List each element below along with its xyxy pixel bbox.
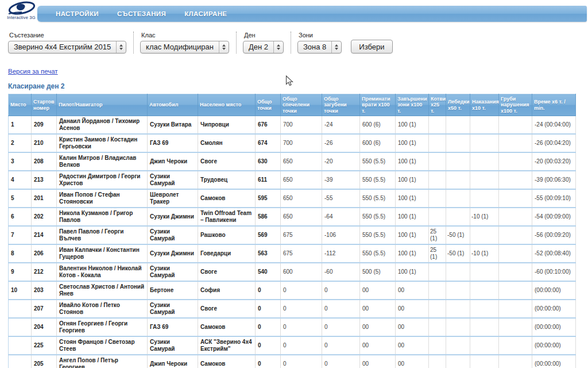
cell-place: 2 [9, 134, 32, 152]
cell-town: Самоков [198, 318, 256, 336]
cell-gates-passed: 00 [360, 318, 396, 336]
cell-place: 10 [9, 281, 32, 300]
table-row: 6202Никола Кузманов / Григор ПавловСузук… [9, 208, 576, 226]
cell-car: Шевролет Тракер [148, 189, 198, 208]
cell-points-won: 650 [281, 189, 322, 208]
cell-points-won: 700 [281, 134, 322, 152]
nav-bar: НАСТРОЙКИСЪСТЕЗАНИЯКЛАСИРАНЕ [37, 6, 587, 22]
cell-gates-passed: 550 (5.5) [360, 152, 396, 171]
cell-points-lost: -24 [322, 116, 360, 135]
cell-points-won: 650 [281, 208, 322, 226]
class-select[interactable]: клас Модифициран [140, 41, 229, 53]
select-button[interactable]: Избери [351, 40, 392, 53]
cell-time: -26 (00:04:20) [532, 134, 576, 152]
logo-text: Interactive 3G [3, 15, 39, 20]
zones-select[interactable]: Зона 8 [297, 41, 342, 53]
cell-points-lost: 0 [322, 355, 360, 368]
table-row: 9212Валентин Николов / Николай Котов - К… [9, 263, 576, 281]
cell-total-points: 595 [256, 189, 281, 208]
cell-town: Своге [198, 263, 256, 281]
cell-start-number: 210 [32, 134, 57, 152]
cell-time: (00:00:00) [532, 281, 576, 300]
cell-town: Самоков [198, 189, 256, 208]
cell-gates-passed: 600 (6) [360, 134, 396, 152]
day-select-value: Ден 2 [243, 41, 273, 53]
class-select-value: клас Модифициран [141, 41, 219, 53]
cell-car: ГАЗ 69 [148, 318, 198, 336]
cell-points-lost: -26 [322, 134, 360, 152]
cell-penalties [470, 152, 499, 171]
cell-start-number: 214 [32, 226, 57, 244]
cell-penalties [470, 263, 499, 281]
cell-time: -39 (00:06:30) [532, 171, 576, 189]
cell-total-points: 569 [256, 226, 281, 244]
print-version-link[interactable]: Версия за печат [8, 68, 58, 75]
cell-points-lost: 0 [322, 336, 360, 355]
cell-gross-violations [499, 226, 532, 244]
cell-start-number: 205 [32, 355, 57, 368]
cell-car: Сузики Самурай [148, 300, 198, 318]
cell-zones-finished: 100 (1) [396, 189, 429, 208]
day-select[interactable]: Ден 2 [243, 41, 284, 53]
nav-tab-competitions[interactable]: СЪСТЕЗАНИЯ [108, 6, 175, 22]
cell-total-points: 674 [256, 134, 281, 152]
page-title: Класиране ден 2 [8, 82, 64, 90]
cell-winches [446, 152, 470, 171]
cell-start-number: 203 [32, 281, 57, 300]
cell-penalties [470, 355, 499, 368]
column-header-gross-violations: Груби нарушения x100 т. [499, 94, 532, 116]
cell-zones-finished: 100 (1) [396, 116, 429, 135]
cell-town: Чипровци [198, 116, 256, 135]
nav-tab-rankings[interactable]: КЛАСИРАНЕ [175, 6, 236, 22]
table-row: 225Стоян Францов / Светозар СтеевСузики … [9, 336, 576, 355]
cell-town: Рашково [198, 226, 256, 244]
cell-penalties [470, 116, 499, 135]
cell-winches [446, 281, 470, 300]
competition-select[interactable]: Зверино 4x4 Екстрийм 2015 [8, 41, 126, 53]
cell-town: Самоков [198, 355, 256, 368]
cell-place: 4 [9, 171, 32, 189]
cell-town: Трудовец [198, 171, 256, 189]
cell-anchors [429, 171, 446, 189]
cell-winches [446, 208, 470, 226]
cell-anchors [429, 152, 446, 171]
cell-penalties [470, 300, 499, 318]
cell-penalties [470, 189, 499, 208]
cell-points-lost: -60 [322, 263, 360, 281]
cell-penalties: -10 (1) [470, 208, 499, 226]
cell-gates-passed: 00 [360, 300, 396, 318]
cell-winches [446, 300, 470, 318]
table-row: 2210Кристин Заимов / Костадин Гергьовски… [9, 134, 576, 152]
cell-anchors: 25 (1) [429, 226, 446, 244]
cell-gates-passed: 550 (5.5) [360, 226, 396, 244]
cell-town: Говедарци [198, 244, 256, 263]
cell-gross-violations [499, 281, 532, 300]
table-row: 7214Павел Павлов / Георги ВълчевСузики С… [9, 226, 576, 244]
cell-gross-violations [499, 355, 532, 368]
cell-gross-violations [499, 336, 532, 355]
cell-total-points: 0 [256, 318, 281, 336]
cell-car: Джип Чероки [148, 152, 198, 171]
cell-penalties [470, 336, 499, 355]
cell-winches [446, 189, 470, 208]
stepper-icon [273, 41, 283, 53]
cell-car: Джип Чероки [148, 355, 198, 368]
column-header-town: Населено място [198, 94, 256, 116]
cell-pilot-navigator: Огнян Георгиев / Георги Георгиев [57, 318, 148, 336]
column-header-penalties: Наказания x10 т. [470, 94, 499, 116]
cell-start-number: 208 [32, 152, 57, 171]
cell-points-won: 650 [281, 171, 322, 189]
cell-pilot-navigator: Кристин Заимов / Костадин Гергьовски [57, 134, 148, 152]
cell-total-points: 540 [256, 263, 281, 281]
cell-zones-finished: 00 [396, 300, 429, 318]
filter-group-day: Ден Ден 2 [243, 32, 291, 53]
cell-start-number: 204 [32, 318, 57, 336]
cell-total-points: 0 [256, 336, 281, 355]
stepper-icon [331, 41, 341, 53]
nav-tab-settings[interactable]: НАСТРОЙКИ [47, 6, 108, 22]
cell-start-number: 213 [32, 171, 57, 189]
cell-zones-finished: 100 (1) [396, 134, 429, 152]
cell-points-won: 700 [281, 116, 322, 135]
cell-gross-violations [499, 300, 532, 318]
table-row: 1209Данаил Йорданов / Тихомир АсеновСузу… [9, 116, 576, 135]
